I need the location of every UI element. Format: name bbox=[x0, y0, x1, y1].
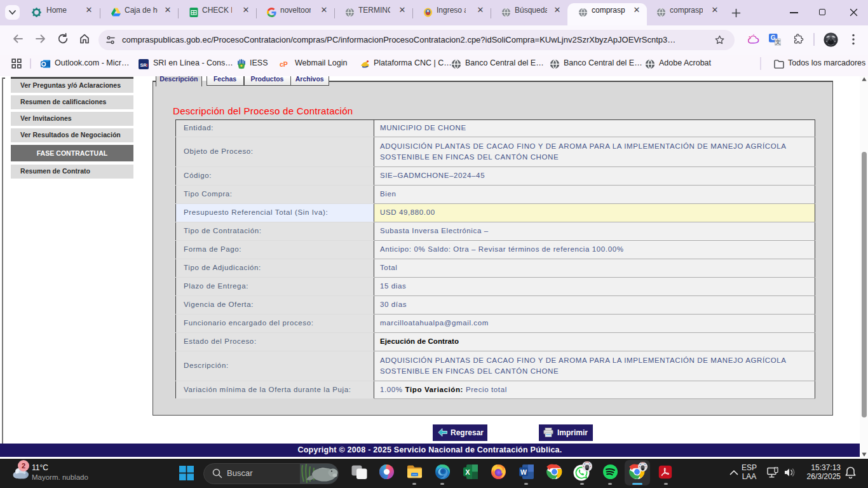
svg-text:文: 文 bbox=[775, 39, 781, 45]
svg-text:W: W bbox=[520, 468, 527, 476]
svg-text:i: i bbox=[146, 62, 147, 68]
svg-text:cP: cP bbox=[280, 60, 288, 68]
svg-text:X: X bbox=[465, 468, 470, 476]
